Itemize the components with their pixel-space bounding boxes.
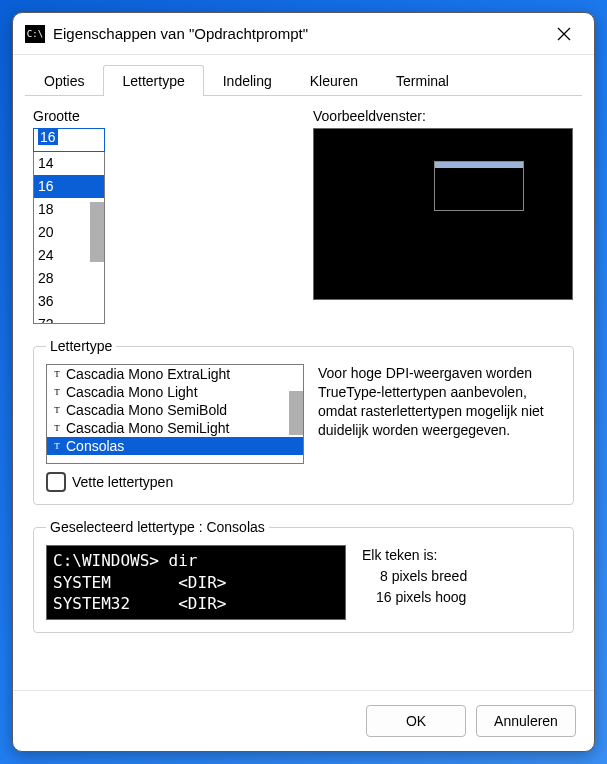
ok-button[interactable]: OK [366,705,466,737]
font-option[interactable]: TCascadia Mono SemiBold [47,401,303,419]
bold-label: Vette lettertypen [72,474,173,490]
size-scrollbar[interactable] [90,202,104,262]
font-scrollbar[interactable] [289,391,303,435]
truetype-icon: T [51,422,63,434]
size-label: Grootte [33,108,293,124]
tab-indeling[interactable]: Indeling [204,65,291,96]
size-option[interactable]: 36 [34,290,104,313]
preview-group: Voorbeeldvenster: [313,108,574,324]
size-option[interactable]: 28 [34,267,104,290]
size-group: Grootte 16 14 16 18 20 24 28 36 72 [33,108,293,324]
titlebar: C:\ Eigenschappen van "Opdrachtprompt" [13,13,594,55]
preview-window [313,128,573,300]
font-dpi-note: Voor hoge DPI-weergaven worden TrueType-… [318,364,561,464]
terminal-preview: C:\WINDOWS> dir SYSTEM <DIR> SYSTEM32 <D… [46,545,346,620]
truetype-icon: T [51,368,63,380]
cancel-button[interactable]: Annuleren [476,705,576,737]
truetype-icon: T [51,404,63,416]
dims-label: Elk teken is: [362,545,467,566]
close-icon [557,27,571,41]
char-dimensions: Elk teken is: 8 pixels breed 16 pixels h… [362,545,467,608]
size-input[interactable]: 16 [33,128,105,152]
window-title: Eigenschappen van "Opdrachtprompt" [53,25,546,42]
tab-terminal[interactable]: Terminal [377,65,468,96]
font-group: Lettertype TCascadia Mono ExtraLight TCa… [33,338,574,505]
font-option[interactable]: TCascadia Mono Light [47,383,303,401]
close-button[interactable] [546,19,582,49]
truetype-icon: T [51,386,63,398]
cmd-app-icon: C:\ [25,25,45,43]
size-option[interactable]: 14 [34,152,104,175]
dims-width: 8 pixels breed [362,566,467,587]
selected-font-group: Geselecteerd lettertype : Consolas C:\WI… [33,519,574,633]
tab-kleuren[interactable]: Kleuren [291,65,377,96]
preview-inner-window [434,161,524,211]
size-option[interactable]: 72 [34,313,104,324]
font-option[interactable]: TCascadia Mono ExtraLight [47,365,303,383]
properties-dialog: C:\ Eigenschappen van "Opdrachtprompt" O… [12,12,595,752]
selected-font-label: Geselecteerd lettertype : Consolas [46,519,269,535]
size-option[interactable]: 16 [34,175,104,198]
font-option[interactable]: TCascadia Mono SemiLight [47,419,303,437]
truetype-icon: T [51,440,63,452]
tab-body: Grootte 16 14 16 18 20 24 28 36 72 Voorb… [13,96,594,690]
dims-height: 16 pixels hoog [362,587,467,608]
dialog-footer: OK Annuleren [13,690,594,751]
font-listbox[interactable]: TCascadia Mono ExtraLight TCascadia Mono… [46,364,304,464]
tab-strip: Opties Lettertype Indeling Kleuren Termi… [13,55,594,96]
tab-opties[interactable]: Opties [25,65,103,96]
tab-lettertype[interactable]: Lettertype [103,65,203,96]
size-listbox[interactable]: 14 16 18 20 24 28 36 72 [33,152,105,324]
bold-checkbox[interactable] [46,472,66,492]
preview-label: Voorbeeldvenster: [313,108,574,124]
font-option[interactable]: TConsolas [47,437,303,455]
font-group-label: Lettertype [46,338,116,354]
